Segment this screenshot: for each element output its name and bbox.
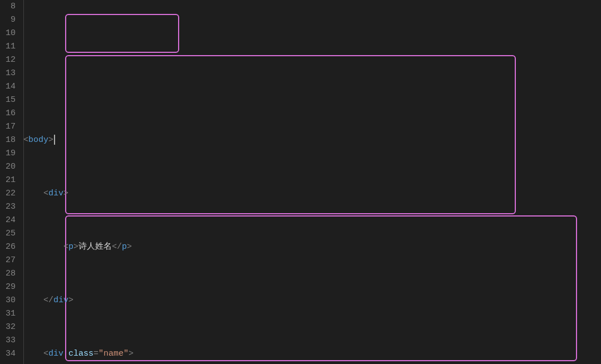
line-number: 24 [0, 214, 16, 227]
line-number: 12 [0, 53, 16, 67]
line-number: 8 [0, 0, 16, 13]
code-line[interactable]: <div> [23, 187, 601, 200]
line-number: 18 [0, 134, 16, 147]
line-number: 26 [0, 240, 16, 254]
line-number: 31 [0, 307, 16, 321]
highlight-box [65, 215, 577, 361]
highlight-box [65, 14, 179, 53]
code-line[interactable]: </div> [23, 294, 601, 307]
line-number: 28 [0, 267, 16, 281]
line-number: 25 [0, 227, 16, 240]
line-number: 13 [0, 67, 16, 80]
line-number: 27 [0, 254, 16, 267]
line-number: 23 [0, 200, 16, 214]
code-area[interactable]: <body> <div> <p>诗人姓名</p> </div> <div cla… [23, 0, 601, 364]
code-line[interactable]: <p>诗人姓名</p> [23, 240, 601, 254]
code-line[interactable]: <body> [23, 134, 601, 147]
code-editor[interactable]: 8 9 10 11 12 13 14 15 16 17 18 19 20 21 … [0, 0, 601, 364]
code-line[interactable]: <div class="name"> [23, 347, 601, 361]
text-cursor [54, 135, 55, 145]
line-number: 20 [0, 160, 16, 174]
line-number: 32 [0, 321, 16, 334]
line-number: 22 [0, 187, 16, 200]
line-number: 10 [0, 27, 16, 40]
line-number: 33 [0, 334, 16, 347]
line-number: 19 [0, 147, 16, 160]
line-number: 14 [0, 80, 16, 94]
line-number: 34 [0, 347, 16, 361]
line-number: 30 [0, 294, 16, 307]
line-number: 9 [0, 13, 16, 27]
line-number-gutter: 8 9 10 11 12 13 14 15 16 17 18 19 20 21 … [0, 0, 23, 364]
line-number: 15 [0, 94, 16, 107]
line-number: 21 [0, 174, 16, 187]
line-number: 16 [0, 107, 16, 120]
line-number: 17 [0, 120, 16, 134]
line-number: 29 [0, 281, 16, 294]
line-number: 11 [0, 40, 16, 53]
